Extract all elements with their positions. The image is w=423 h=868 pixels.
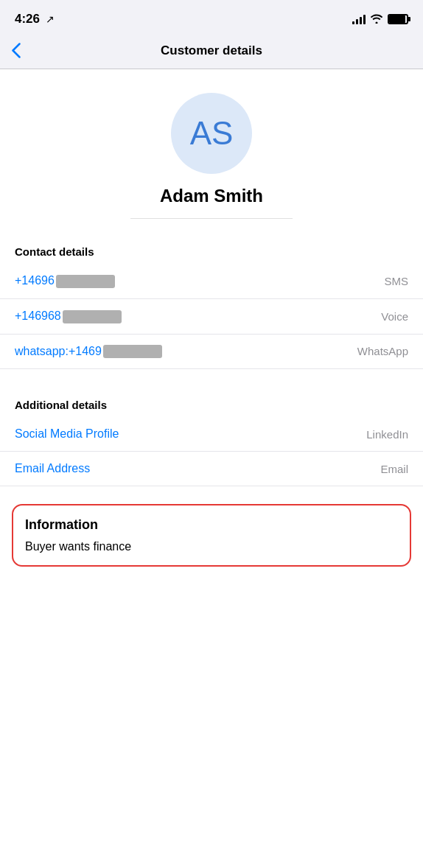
avatar: AS: [171, 93, 252, 174]
contact-value-sms: +14696: [15, 274, 115, 288]
back-button[interactable]: [12, 43, 21, 58]
avatar-initials: AS: [190, 115, 234, 152]
information-box: Information Buyer wants finance: [12, 504, 411, 567]
information-text: Buyer wants finance: [25, 540, 398, 553]
contact-details-section: Contact details +14696 SMS +146968 Voice…: [0, 234, 423, 369]
wifi-icon: [370, 13, 383, 26]
contact-type-sms: SMS: [384, 275, 408, 287]
status-time: 4:26: [15, 12, 40, 26]
information-title: Information: [25, 517, 398, 533]
status-bar: 4:26 ↗: [0, 0, 423, 32]
redacted-sms: [56, 275, 115, 288]
contact-details-label: Contact details: [0, 234, 423, 264]
redacted-voice: [63, 310, 122, 323]
contact-type-whatsapp: WhatsApp: [357, 345, 408, 357]
location-icon: ↗: [46, 13, 55, 25]
battery-icon: [388, 14, 408, 24]
status-time-area: 4:26 ↗: [15, 12, 55, 27]
avatar-section: AS Adam Smith: [0, 69, 423, 234]
contact-row-linkedin[interactable]: Social Media Profile LinkedIn: [0, 417, 423, 452]
status-icons: [352, 13, 408, 26]
contact-type-voice: Voice: [381, 310, 408, 323]
contact-row-voice[interactable]: +146968 Voice: [0, 299, 423, 335]
contact-value-voice: +146968: [15, 309, 122, 323]
email-address-link[interactable]: Email Address: [15, 462, 90, 475]
page-title: Customer details: [161, 43, 262, 58]
contact-type-linkedin: LinkedIn: [366, 428, 408, 441]
redacted-whatsapp: [103, 345, 162, 358]
nav-bar: Customer details: [0, 32, 423, 69]
additional-details-section: Additional details Social Media Profile …: [0, 387, 423, 486]
contact-type-email: Email: [380, 463, 408, 475]
divider: [130, 218, 293, 219]
main-content: AS Adam Smith Contact details +14696 SMS…: [0, 69, 423, 868]
customer-name: Adam Smith: [160, 186, 263, 206]
signal-icon: [352, 14, 366, 24]
social-media-profile-link[interactable]: Social Media Profile: [15, 427, 119, 441]
additional-details-label: Additional details: [0, 387, 423, 417]
contact-row-whatsapp[interactable]: whatsapp:+1469 WhatsApp: [0, 335, 423, 370]
contact-row-email[interactable]: Email Address Email: [0, 452, 423, 486]
contact-value-whatsapp: whatsapp:+1469: [15, 345, 162, 359]
contact-row-sms[interactable]: +14696 SMS: [0, 264, 423, 299]
